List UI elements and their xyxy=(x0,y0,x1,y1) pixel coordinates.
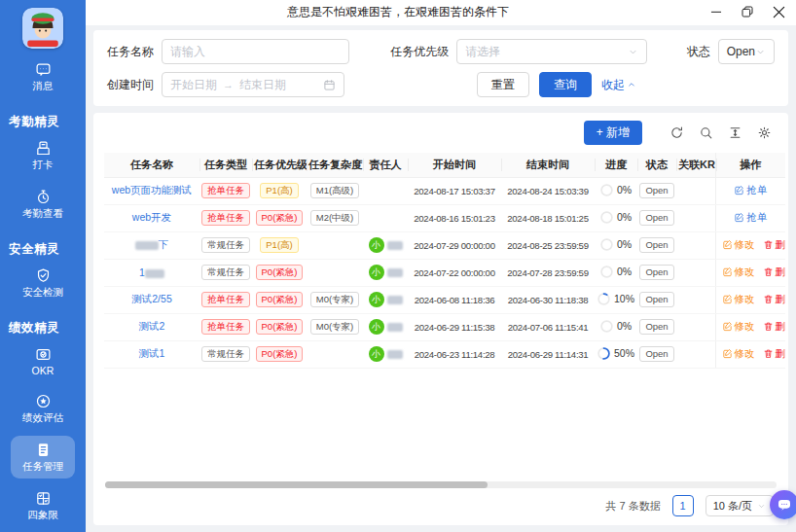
cell-priority: P0(紧急) xyxy=(252,259,307,286)
cell-complexity xyxy=(307,340,363,368)
cell-priority-tag: P1(高) xyxy=(260,237,298,253)
cell-start-time: 2024-06-29 11:15:38 xyxy=(408,313,501,340)
cell-end-time: 2024-08-24 15:03:39 xyxy=(501,177,595,204)
sidebar-item-messages[interactable]: 消息 xyxy=(11,55,75,98)
cell-task-name[interactable]: 测试2/55 xyxy=(104,286,199,313)
cell-priority: P1(高) xyxy=(252,177,307,204)
collapse-link[interactable]: 收起 xyxy=(601,77,636,93)
cell-priority: P0(紧急) xyxy=(252,286,307,313)
create-time-range-picker[interactable]: 开始日期 → 结束日期 xyxy=(162,72,344,97)
minimize-button[interactable] xyxy=(706,1,726,22)
cell-status: Open xyxy=(637,204,676,231)
grab-task-link[interactable]: 抢单 xyxy=(734,211,767,225)
sidebar-item-label: 四象限 xyxy=(27,509,58,522)
column-header-3: 任务复杂度 xyxy=(307,153,363,177)
task-name-link[interactable]: 测试2/55 xyxy=(131,293,171,304)
sidebar-section-header: 考勤精灵 xyxy=(0,114,59,130)
density-icon[interactable] xyxy=(728,125,742,140)
status-select[interactable]: Open xyxy=(718,39,775,64)
masked-text xyxy=(387,296,403,304)
reset-button[interactable]: 重置 xyxy=(477,72,529,97)
edit-link[interactable]: 修改 xyxy=(722,238,755,252)
titlebar: 意思是不怕艰难困苦，在艰难困苦的条件下 xyxy=(86,0,796,25)
edit-link[interactable]: 修改 xyxy=(722,293,755,306)
sidebar-item-performance-eval[interactable]: 绩效评估 xyxy=(11,387,75,430)
delete-link[interactable]: 删除 xyxy=(763,266,786,279)
delete-link[interactable]: 删除 xyxy=(763,293,786,306)
cell-status: Open xyxy=(637,259,676,286)
table-row: 测试2/55抢单任务P0(紧急)M0(专家)小2024-06-08 11:18:… xyxy=(104,286,785,313)
sidebar-item-security-check[interactable]: 安全检测 xyxy=(11,262,75,304)
sidebar-item-label: 消息 xyxy=(33,80,54,93)
sidebar-item-label: 安全检测 xyxy=(22,286,63,300)
cell-status: Open xyxy=(637,231,676,259)
sidebar-item-punch[interactable]: 打卡 xyxy=(11,134,75,177)
sidebar-item-task-management[interactable]: 任务管理 xyxy=(11,436,75,479)
search-button[interactable]: 查询 xyxy=(539,72,592,97)
task-priority-select[interactable]: 请选择 xyxy=(456,39,647,64)
task-name-link[interactable]: 1 xyxy=(139,266,164,278)
settings-icon[interactable] xyxy=(757,125,772,140)
column-header-5: 开始时间 xyxy=(408,153,501,177)
delete-link[interactable]: 删除 xyxy=(763,320,786,334)
minimize-icon xyxy=(708,4,724,19)
cell-owner: 小 xyxy=(363,286,408,313)
cell-task-type: 抢单任务 xyxy=(199,286,252,313)
delete-link[interactable]: 删除 xyxy=(763,238,786,252)
task-name-link[interactable]: 测试2 xyxy=(139,320,165,332)
status-label: 状态 xyxy=(687,44,710,60)
cell-kr xyxy=(676,231,715,259)
page-size-select[interactable]: 10 条/页 xyxy=(706,495,774,516)
close-button[interactable] xyxy=(769,1,788,22)
cell-progress: 0% xyxy=(595,204,637,231)
cell-status: Open xyxy=(637,177,676,204)
task-name-link[interactable]: web页面功能测试 xyxy=(112,184,192,195)
status-tag: Open xyxy=(639,210,673,226)
masked-text xyxy=(135,241,159,250)
edit-link[interactable]: 修改 xyxy=(722,347,755,361)
edit-link[interactable]: 修改 xyxy=(722,266,755,279)
task-name-link[interactable]: web开发 xyxy=(132,211,171,223)
cell-start-time: 2024-07-29 00:00:00 xyxy=(408,231,501,259)
sidebar-item-okr[interactable]: OKR xyxy=(11,340,75,381)
column-header-10: 操作 xyxy=(715,153,785,177)
horizontal-scrollbar-thumb[interactable] xyxy=(105,481,488,488)
user-avatar[interactable] xyxy=(22,8,63,49)
cell-owner xyxy=(363,177,408,204)
close-icon xyxy=(770,3,788,21)
cell-task-name[interactable]: 测试1 xyxy=(104,340,199,368)
cell-kr xyxy=(676,259,715,286)
cell-task-name[interactable]: web开发 xyxy=(104,204,199,231)
delete-link[interactable]: 删除 xyxy=(763,347,786,361)
task-name-link[interactable]: 下 xyxy=(135,238,169,250)
edit-link[interactable]: 修改 xyxy=(722,320,755,334)
edit-icon xyxy=(734,185,744,195)
search-icon[interactable] xyxy=(699,125,713,140)
trash-icon xyxy=(763,294,774,304)
cell-progress: 0% xyxy=(595,177,637,204)
sidebar-item-attendance-view[interactable]: 考勤查看 xyxy=(11,183,75,226)
page-button-1[interactable]: 1 xyxy=(672,495,694,516)
status-tag: Open xyxy=(639,237,673,253)
cell-task-name[interactable]: 1 xyxy=(104,259,199,286)
task-name-input[interactable] xyxy=(162,39,349,64)
cell-task-name[interactable]: web页面功能测试 xyxy=(104,177,199,204)
task-table-panel: + 新增 任务名称任务类型任务优先级任务复杂度责任人开始时间结束时间进度状态关联… xyxy=(93,113,788,525)
cell-end-time: 2024-07-06 11:15:41 xyxy=(501,313,595,340)
column-header-1: 任务类型 xyxy=(199,153,252,177)
grab-task-link[interactable]: 抢单 xyxy=(734,184,767,197)
task-name-link[interactable]: 测试1 xyxy=(139,347,165,359)
cell-task-type-tag: 常规任务 xyxy=(201,237,250,253)
cell-progress: 50% xyxy=(595,340,637,368)
cell-complexity xyxy=(307,259,363,286)
cell-task-name[interactable]: 下 xyxy=(104,231,199,259)
cell-kr xyxy=(676,340,715,368)
sidebar-item-quadrant[interactable]: 四象限 xyxy=(11,484,75,527)
table-toolbar: + 新增 xyxy=(104,120,778,153)
refresh-icon[interactable] xyxy=(669,125,684,140)
chat-fab-button[interactable] xyxy=(770,490,796,519)
add-task-button[interactable]: + 新增 xyxy=(584,121,642,145)
restore-button[interactable] xyxy=(738,1,757,22)
calendar-icon xyxy=(323,79,336,91)
cell-task-name[interactable]: 测试2 xyxy=(104,313,199,340)
